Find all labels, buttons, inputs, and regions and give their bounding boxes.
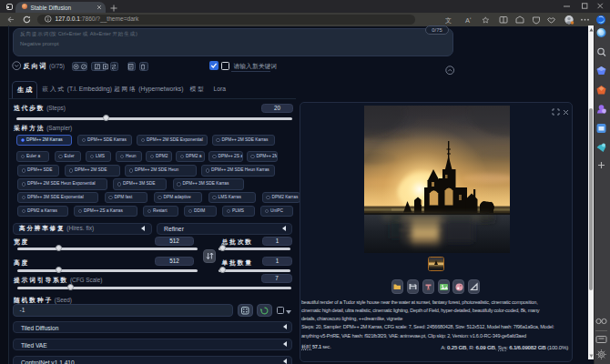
svg-text:文: 文	[445, 16, 452, 24]
svg-text:Aʹ: Aʹ	[465, 16, 472, 25]
